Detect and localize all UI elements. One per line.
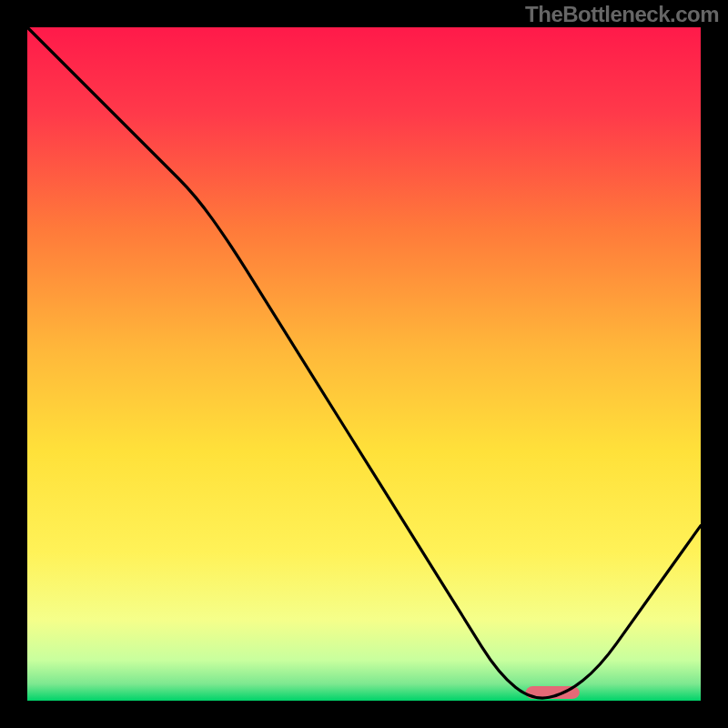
bottleneck-chart: TheBottleneck.com [0,0,728,728]
watermark-label: TheBottleneck.com [525,2,719,27]
chart-svg [0,0,728,728]
